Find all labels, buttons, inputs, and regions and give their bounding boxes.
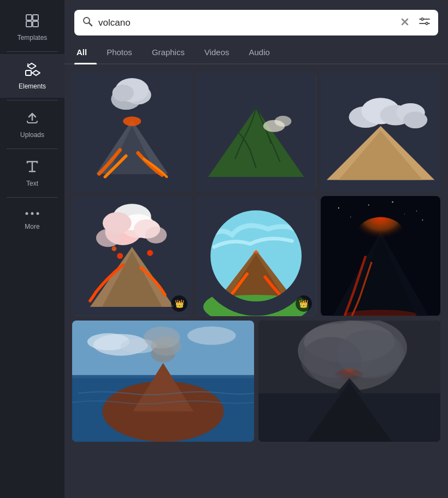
premium-badge-5: 👑 <box>296 295 312 312</box>
svg-rect-2 <box>26 21 32 27</box>
search-clear-button[interactable] <box>400 17 410 28</box>
more-icon <box>25 208 40 220</box>
tabs-bar: All Photos Graphics Videos Audio <box>64 41 448 64</box>
svg-point-36 <box>147 250 153 256</box>
result-item-1[interactable] <box>72 72 192 192</box>
svg-point-69 <box>187 327 236 345</box>
uploads-icon <box>25 110 40 128</box>
search-input[interactable] <box>98 17 394 28</box>
svg-point-54 <box>392 201 393 203</box>
svg-rect-1 <box>33 15 38 20</box>
premium-badge-4: 👑 <box>171 295 187 312</box>
result-item-4[interactable]: 👑 <box>72 196 192 316</box>
sidebar: Templates Elements Uploads <box>0 0 64 498</box>
sidebar-uploads-label: Uploads <box>20 131 44 139</box>
svg-rect-0 <box>26 15 32 20</box>
svg-point-52 <box>338 208 339 209</box>
search-icon <box>82 16 93 29</box>
svg-point-6 <box>31 212 34 215</box>
svg-point-57 <box>422 220 423 221</box>
svg-point-86 <box>331 369 368 393</box>
sidebar-item-more[interactable]: More <box>0 200 64 238</box>
svg-point-56 <box>350 217 351 218</box>
grid-row-2: 👑 <box>72 196 440 316</box>
svg-point-34 <box>117 253 123 259</box>
elements-icon <box>24 62 40 79</box>
result-item-5[interactable]: 👑 <box>196 196 316 316</box>
svg-point-42 <box>96 229 120 247</box>
sidebar-elements-label: Elements <box>19 82 46 90</box>
sidebar-item-text[interactable]: Text <box>0 151 64 195</box>
svg-point-5 <box>26 212 28 215</box>
sidebar-item-templates[interactable]: Templates <box>0 5 64 49</box>
sidebar-divider-1 <box>7 51 58 52</box>
svg-rect-4 <box>26 70 31 75</box>
svg-point-7 <box>37 212 39 215</box>
sidebar-item-elements[interactable]: Elements <box>0 54 64 98</box>
svg-point-22 <box>275 116 292 127</box>
svg-point-14 <box>123 116 141 126</box>
svg-point-75 <box>144 327 180 348</box>
text-icon <box>25 159 40 176</box>
svg-point-58 <box>404 214 405 215</box>
result-item-2[interactable] <box>196 72 316 192</box>
results-grid: 👑 <box>64 64 448 498</box>
templates-icon <box>25 13 40 31</box>
svg-point-53 <box>368 205 369 206</box>
result-item-6[interactable] <box>321 196 440 316</box>
tab-photos[interactable]: Photos <box>97 41 142 63</box>
result-item-7[interactable] <box>72 321 254 442</box>
result-item-3[interactable] <box>321 72 440 192</box>
sidebar-item-uploads[interactable]: Uploads <box>0 103 64 146</box>
tab-graphics[interactable]: Graphics <box>142 41 194 63</box>
search-area <box>64 0 448 35</box>
svg-point-18 <box>112 85 133 102</box>
search-filter-button[interactable] <box>418 15 431 30</box>
sidebar-divider-4 <box>7 197 58 198</box>
result-item-8[interactable] <box>258 321 440 442</box>
svg-point-30 <box>403 111 427 128</box>
svg-point-61 <box>356 217 404 253</box>
search-bar <box>74 10 438 35</box>
sidebar-templates-label: Templates <box>17 34 48 42</box>
tab-audio[interactable]: Audio <box>239 41 280 63</box>
svg-point-43 <box>145 227 167 244</box>
tab-videos[interactable]: Videos <box>194 41 239 63</box>
main-content: All Photos Graphics Videos Audio <box>64 0 448 498</box>
svg-point-35 <box>111 246 116 251</box>
sidebar-more-label: More <box>25 223 39 230</box>
grid-row-1 <box>72 72 440 192</box>
svg-point-55 <box>416 211 417 212</box>
sidebar-divider-3 <box>7 149 58 149</box>
tab-all[interactable]: All <box>74 41 97 63</box>
sidebar-divider-2 <box>7 100 58 100</box>
sidebar-text-label: Text <box>26 180 38 187</box>
svg-rect-3 <box>33 21 38 27</box>
grid-row-3 <box>72 321 440 442</box>
